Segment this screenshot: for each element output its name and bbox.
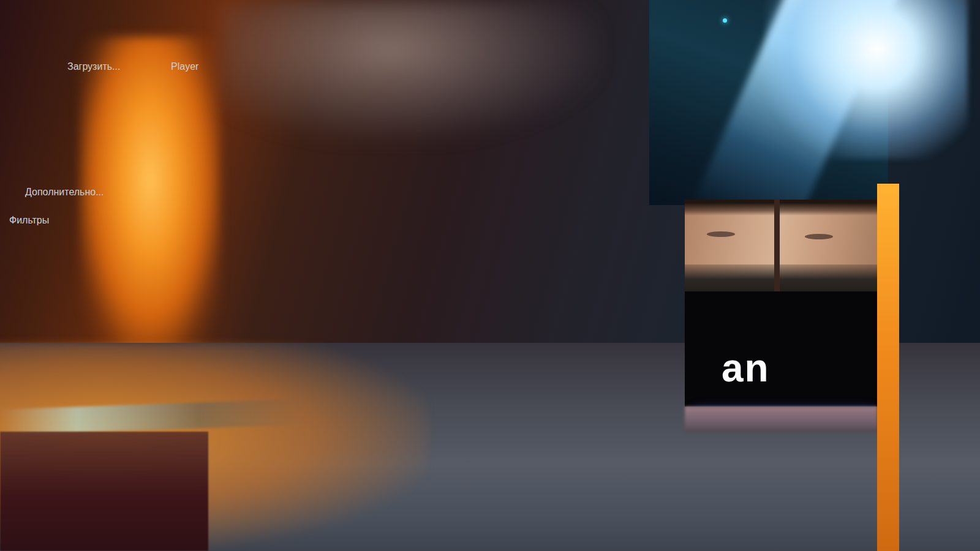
monitor-desk-area (685, 291, 877, 407)
monitor-caption-text: an (722, 345, 770, 391)
background-orange-pillar (877, 184, 899, 551)
background-below-screen (685, 407, 877, 432)
advanced-button[interactable]: Дополнительно... (25, 187, 99, 201)
upload-avatar-button[interactable]: Загрузить... (67, 61, 118, 75)
background-left-floor (0, 432, 208, 551)
background-light-dot (723, 18, 727, 23)
player-name-input[interactable]: Player (171, 61, 291, 75)
player-name-value: Player (171, 61, 198, 72)
filters-button[interactable]: Фильтры (9, 215, 74, 229)
background-light-flare (766, 0, 968, 159)
face-beard (685, 264, 877, 291)
face-eye (707, 231, 735, 237)
monitor-divider (774, 200, 780, 291)
face-hair (685, 200, 877, 216)
face-eye (805, 234, 833, 239)
cs-game-screen: { "menu": { "featured": "Случайный серве… (0, 0, 980, 551)
background-monitor: an (685, 200, 877, 407)
